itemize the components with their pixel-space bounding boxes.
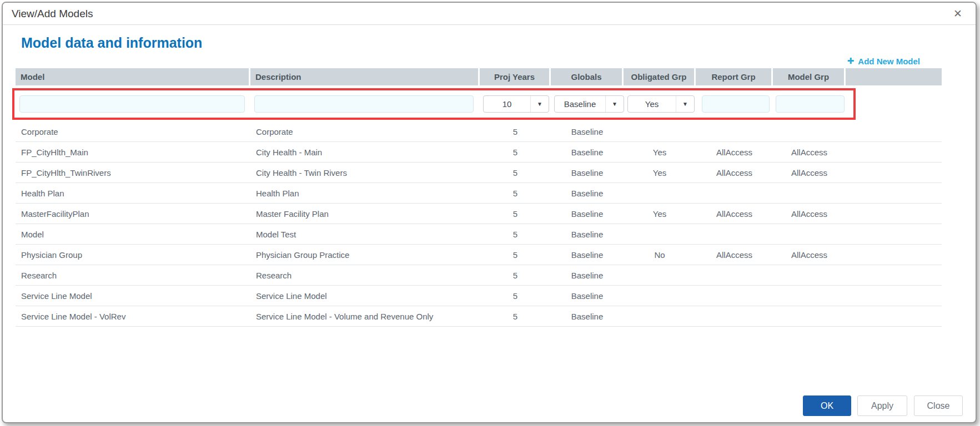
cell-obligated-grp: No xyxy=(624,245,696,265)
column-header-obligated-grp[interactable]: Obligated Grp xyxy=(624,68,696,85)
cell-model: MasterFacilityPlan xyxy=(16,204,250,224)
table-body: CorporateCorporate5BaselineFP_CityHlth_M… xyxy=(16,121,942,327)
column-header-report-grp[interactable]: Report Grp xyxy=(696,68,773,85)
column-header-model-grp[interactable]: Model Grp xyxy=(773,68,846,85)
cell-model: FP_CityHlth_TwinRivers xyxy=(16,163,250,182)
cell-globals: Baseline xyxy=(551,306,624,326)
cell-obligated-grp xyxy=(624,183,696,203)
cell-empty xyxy=(846,183,942,203)
globals-filter-select[interactable]: Baseline ▼ xyxy=(554,95,624,113)
cell-empty xyxy=(846,286,942,306)
cell-model-grp xyxy=(773,183,846,203)
description-filter-input[interactable] xyxy=(254,95,474,113)
cell-model-grp: AllAccess xyxy=(773,245,846,265)
close-icon[interactable]: ✕ xyxy=(951,7,964,21)
cell-proj-years: 5 xyxy=(480,121,551,141)
filter-row-highlight: 10 ▼ Baseline ▼ Yes ▼ xyxy=(12,88,856,120)
cell-proj-years: 5 xyxy=(480,286,551,306)
cell-empty xyxy=(846,163,942,182)
table-row[interactable]: FP_CityHlth_TwinRiversCity Health - Twin… xyxy=(16,163,942,183)
cell-description: Physician Group Practice xyxy=(250,245,480,265)
cell-globals: Baseline xyxy=(551,204,624,224)
cell-proj-years: 5 xyxy=(480,204,551,224)
cell-description: Service Line Model - Volume and Revenue … xyxy=(250,306,480,326)
proj-years-filter-select[interactable]: 10 ▼ xyxy=(483,95,549,113)
globals-filter-value: Baseline xyxy=(555,96,605,112)
chevron-down-icon: ▼ xyxy=(676,96,694,112)
table-row[interactable]: Physician GroupPhysician Group Practice5… xyxy=(16,245,942,265)
cell-model: Model xyxy=(16,224,250,244)
obligated-grp-filter-select[interactable]: Yes ▼ xyxy=(627,95,695,113)
cell-model: FP_CityHlth_Main xyxy=(16,142,250,162)
model-filter-input[interactable] xyxy=(19,95,245,113)
column-header-globals[interactable]: Globals xyxy=(551,68,624,85)
model-grp-filter-input[interactable] xyxy=(776,95,845,113)
cell-model: Research xyxy=(16,265,250,285)
cell-description: Research xyxy=(250,265,480,285)
cell-model-grp xyxy=(773,121,846,141)
cell-report-grp xyxy=(696,224,773,244)
cell-proj-years: 5 xyxy=(480,306,551,326)
table-row[interactable]: ModelModel Test5Baseline xyxy=(16,224,942,245)
add-new-model-button[interactable]: ✚ Add New Model xyxy=(847,56,920,66)
cell-globals: Baseline xyxy=(551,163,624,182)
page-title: Model data and information xyxy=(21,35,202,51)
cell-model: Service Line Model xyxy=(16,286,250,306)
add-new-model-label: Add New Model xyxy=(858,57,920,66)
cell-obligated-grp: Yes xyxy=(624,163,696,182)
dialog-title: View/Add Models xyxy=(12,8,93,20)
cell-description: Master Facility Plan xyxy=(250,204,480,224)
cell-obligated-grp xyxy=(624,121,696,141)
cell-model: Physician Group xyxy=(16,245,250,265)
cell-proj-years: 5 xyxy=(480,245,551,265)
table-row[interactable]: FP_CityHlth_MainCity Health - Main5Basel… xyxy=(16,142,942,163)
cell-model-grp xyxy=(773,286,846,306)
cell-obligated-grp: Yes xyxy=(624,142,696,162)
cell-model-grp: AllAccess xyxy=(773,163,846,182)
cell-model: Service Line Model - VolRev xyxy=(16,306,250,326)
column-header-model[interactable]: Model xyxy=(16,68,250,85)
chevron-down-icon: ▼ xyxy=(530,96,549,112)
cell-proj-years: 5 xyxy=(480,265,551,285)
cell-description: Model Test xyxy=(250,224,480,244)
cell-model-grp xyxy=(773,224,846,244)
cell-globals: Baseline xyxy=(551,183,624,203)
table-row[interactable]: MasterFacilityPlanMaster Facility Plan5B… xyxy=(16,204,942,224)
cell-report-grp: AllAccess xyxy=(696,204,773,224)
column-header-description[interactable]: Description xyxy=(250,68,480,85)
close-button[interactable]: Close xyxy=(914,395,963,416)
table-row[interactable]: Service Line Model - VolRevService Line … xyxy=(16,306,942,327)
cell-report-grp xyxy=(696,306,773,326)
cell-globals: Baseline xyxy=(551,142,624,162)
column-header-proj-years[interactable]: Proj Years xyxy=(480,68,551,85)
cell-report-grp: AllAccess xyxy=(696,142,773,162)
ok-button[interactable]: OK xyxy=(803,395,851,416)
table-header-row: ModelDescriptionProj YearsGlobalsObligat… xyxy=(16,68,942,85)
view-add-models-dialog: View/Add Models ✕ Model data and informa… xyxy=(2,2,977,423)
dialog-titlebar: View/Add Models ✕ xyxy=(3,3,976,25)
table-row[interactable]: Health PlanHealth Plan5Baseline xyxy=(16,183,942,204)
table-row[interactable]: Service Line ModelService Line Model5Bas… xyxy=(16,286,942,306)
cell-model: Corporate xyxy=(16,121,250,141)
proj-years-filter-value: 10 xyxy=(484,96,530,112)
cell-globals: Baseline xyxy=(551,286,624,306)
cell-proj-years: 5 xyxy=(480,163,551,182)
obligated-grp-filter-value: Yes xyxy=(628,96,676,112)
cell-obligated-grp xyxy=(624,286,696,306)
cell-obligated-grp xyxy=(624,306,696,326)
table-row[interactable]: ResearchResearch5Baseline xyxy=(16,265,942,286)
cell-description: Health Plan xyxy=(250,183,480,203)
cell-empty xyxy=(846,265,942,285)
cell-globals: Baseline xyxy=(551,121,624,141)
cell-proj-years: 5 xyxy=(480,142,551,162)
cell-proj-years: 5 xyxy=(480,183,551,203)
apply-button[interactable]: Apply xyxy=(857,395,907,416)
cell-report-grp xyxy=(696,121,773,141)
table-row[interactable]: CorporateCorporate5Baseline xyxy=(16,121,942,142)
cell-globals: Baseline xyxy=(551,265,624,285)
cell-empty xyxy=(846,142,942,162)
cell-report-grp: AllAccess xyxy=(696,245,773,265)
report-grp-filter-input[interactable] xyxy=(702,95,770,113)
cell-empty xyxy=(846,224,942,244)
plus-icon: ✚ xyxy=(847,56,855,66)
